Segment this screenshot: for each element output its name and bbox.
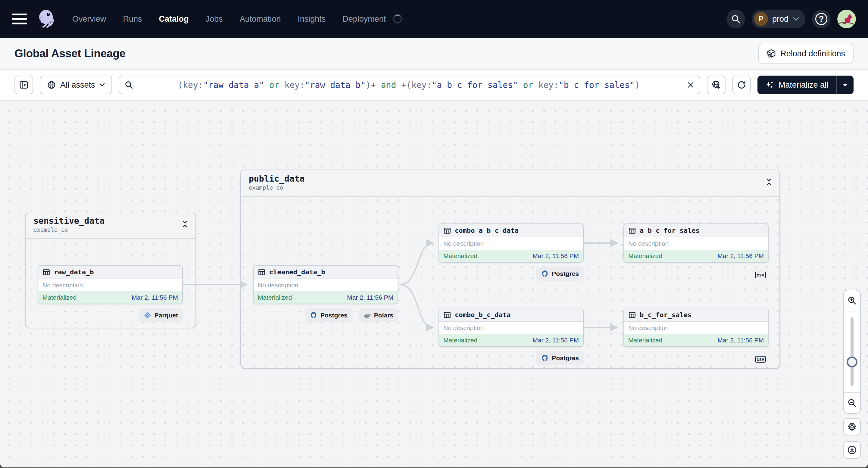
page-header: Global Asset Lineage Reload definitions [0, 38, 868, 70]
help-button[interactable]: ? [812, 10, 831, 28]
postgres-elephant-icon [541, 354, 549, 362]
panel-expand-icon [19, 80, 29, 90]
asset-node-header: combo_a_b_c_data [439, 224, 583, 237]
asset-node-combo_b_c_data[interactable]: combo_b_c_data No description Materializ… [438, 308, 584, 347]
asset-description: No description [439, 237, 583, 250]
materialization-timestamp[interactable]: Mar 2, 11:56 PM [347, 294, 393, 301]
deployment-switcher[interactable]: P prod [752, 10, 805, 28]
asset-node-b_c_for_sales[interactable]: b_c_for_sales No description Materialize… [623, 308, 769, 347]
dagster-octopus-logo[interactable] [36, 8, 58, 30]
nav-item-overview[interactable]: Overview [72, 14, 106, 24]
download-image-button[interactable] [843, 441, 861, 459]
postgres-elephant-icon [310, 311, 317, 319]
csv-file-icon: csv [755, 272, 766, 278]
search-button[interactable] [726, 10, 745, 28]
kind-badge-csv[interactable]: csv [752, 268, 769, 282]
nav-item-catalog[interactable]: Catalog [159, 14, 189, 24]
loading-spinner [393, 14, 402, 24]
status-badge: Materialized [628, 252, 662, 259]
zoom-out-icon [847, 399, 857, 407]
nav-items: Overview Runs Catalog Jobs Automation In… [72, 14, 386, 24]
top-navbar: Overview Runs Catalog Jobs Automation In… [0, 0, 868, 38]
asset-scope-dropdown[interactable]: All assets [40, 75, 112, 94]
collapse-vertical-icon[interactable] [181, 220, 189, 228]
asset-name: a_b_c_for_sales [640, 227, 700, 234]
kind-badge-polars[interactable]: Polars [359, 308, 398, 322]
chevron-down-icon [99, 83, 105, 87]
materialize-all-button[interactable]: Materialize all [757, 75, 854, 94]
nav-item-automation[interactable]: Automation [240, 14, 281, 24]
zoom-control-panel [843, 290, 861, 414]
navbar-right-cluster: P prod ? [726, 10, 856, 28]
cube-reload-icon [767, 49, 776, 58]
table-asset-icon [628, 227, 636, 235]
asset-search-input[interactable]: (key:"raw_data_a" or key:"raw_data_b")+ … [119, 75, 700, 94]
app-window: Overview Runs Catalog Jobs Automation In… [0, 0, 868, 468]
nav-item-runs[interactable]: Runs [123, 14, 142, 24]
query-segment: + [401, 80, 406, 90]
kind-badge-postgres[interactable]: Postgres [536, 351, 584, 365]
asset-node-raw_data_b[interactable]: raw_data_b No description Materialized M… [38, 265, 183, 304]
zoom-slider-handle[interactable] [847, 356, 858, 367]
reload-definitions-label: Reload definitions [780, 49, 845, 58]
asset-status-row: Materialized Mar 2, 11:56 PM [254, 291, 398, 304]
asset-description: No description [254, 279, 398, 291]
zoom-in-button[interactable] [844, 290, 860, 311]
asset-node-combo_a_b_c_data[interactable]: combo_a_b_c_data No description Material… [438, 223, 584, 262]
asset-node-header: cleaned_data_b [254, 266, 398, 279]
chevron-down-icon [793, 17, 799, 21]
query-segment: key: [284, 80, 305, 90]
materialization-timestamp[interactable]: Mar 2, 11:56 PM [717, 252, 764, 259]
materialize-all-main[interactable]: Materialize all [757, 75, 836, 94]
table-asset-icon [628, 311, 636, 319]
lineage-toolbar: All assets (key:"raw_data_a" or key:"raw… [0, 70, 868, 101]
asset-status-row: Materialized Mar 2, 11:56 PM [624, 334, 768, 346]
query-segment: (key: [406, 80, 432, 90]
kind-badge-parquet[interactable]: Parquet [139, 308, 183, 322]
asset-node-header: combo_b_c_data [439, 308, 583, 322]
menu-icon[interactable] [12, 10, 29, 27]
materialization-timestamp[interactable]: Mar 2, 11:56 PM [532, 252, 579, 259]
group-repo-label: example_co [33, 226, 188, 233]
deployment-avatar: P [754, 12, 768, 26]
asset-node-cleaned_data_b[interactable]: cleaned_data_b No description Materializ… [253, 265, 398, 304]
materialization-timestamp[interactable]: Mar 2, 11:56 PM [132, 294, 178, 301]
kind-badge-label: Postgres [552, 354, 579, 362]
reload-definitions-button[interactable]: Reload definitions [758, 44, 854, 64]
asset-node-a_b_c_for_sales[interactable]: a_b_c_for_sales No description Materiali… [623, 223, 769, 262]
status-badge: Materialized [628, 337, 662, 344]
view-full-graph-button[interactable] [707, 75, 725, 94]
query-segment: or [518, 80, 538, 90]
materialization-timestamp[interactable]: Mar 2, 11:56 PM [717, 337, 764, 344]
open-sidebar-button[interactable] [14, 75, 33, 94]
materialize-options-caret[interactable] [837, 75, 854, 94]
query-segment: and [376, 80, 401, 90]
kind-badge-csv[interactable]: csv [752, 352, 769, 366]
kind-badge-label: Postgres [320, 312, 347, 319]
globe-icon [47, 81, 56, 89]
clear-query-button[interactable] [687, 81, 694, 89]
zoom-out-button[interactable] [844, 392, 860, 413]
parquet-diamond-icon [144, 311, 152, 319]
graph-settings-button[interactable] [843, 418, 861, 435]
zoom-slider-track[interactable] [850, 317, 854, 386]
nav-item-deployment[interactable]: Deployment [342, 14, 386, 24]
kind-badge-label: Postgres [552, 270, 579, 277]
kind-badge-postgres[interactable]: Postgres [305, 308, 352, 322]
refresh-graph-button[interactable] [732, 75, 751, 94]
asset-description: No description [439, 322, 583, 334]
kind-badges-a_b_c_for_sales: csv [623, 268, 769, 282]
user-avatar[interactable] [837, 10, 856, 28]
asset-node-header: raw_data_b [38, 266, 182, 279]
collapse-vertical-icon[interactable] [765, 178, 773, 186]
materialization-timestamp[interactable]: Mar 2, 11:56 PM [532, 337, 579, 344]
kind-badge-postgres[interactable]: Postgres [536, 267, 584, 281]
lineage-canvas[interactable]: sensitive_data example_co public_data ex… [0, 101, 868, 467]
nav-item-jobs[interactable]: Jobs [206, 14, 223, 24]
globe-add-icon [711, 80, 721, 90]
zoom-slider[interactable] [844, 311, 860, 392]
asset-selection-query[interactable]: (key:"raw_data_a" or key:"raw_data_b")+ … [137, 70, 683, 100]
nav-item-insights[interactable]: Insights [298, 14, 326, 24]
query-segment: ) [366, 80, 371, 90]
asset-name: cleaned_data_b [269, 268, 325, 276]
